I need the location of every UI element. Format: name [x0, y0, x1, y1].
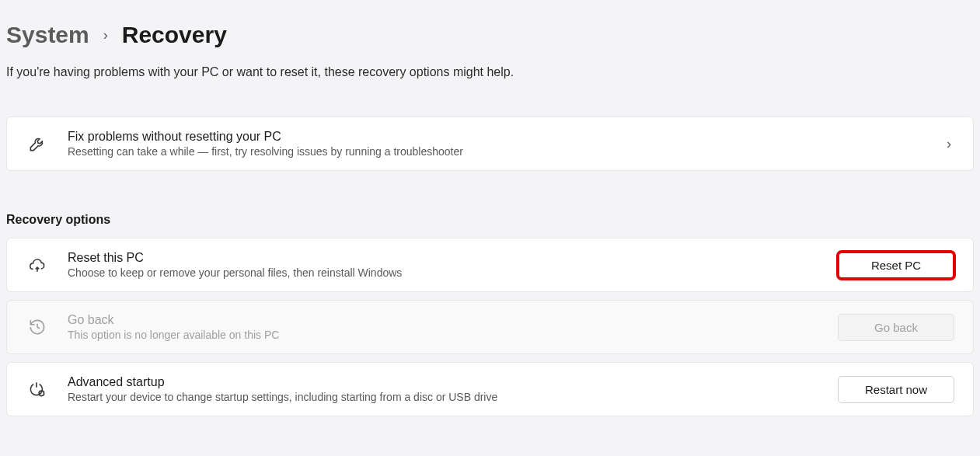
- advanced-startup-card: Advanced startup Restart your device to …: [6, 362, 974, 416]
- go-back-card: Go back This option is no longer availab…: [6, 300, 974, 354]
- advanced-startup-title: Advanced startup: [68, 375, 819, 389]
- go-back-title: Go back: [68, 313, 819, 327]
- chevron-right-icon: ›: [103, 27, 108, 44]
- troubleshoot-title: Fix problems without resetting your PC: [68, 130, 928, 144]
- reset-pc-desc: Choose to keep or remove your personal f…: [68, 266, 819, 279]
- power-gear-icon: [26, 379, 49, 399]
- intro-text: If you're having problems with your PC o…: [6, 65, 974, 79]
- reset-pc-title: Reset this PC: [68, 251, 819, 265]
- troubleshoot-card[interactable]: Fix problems without resetting your PC R…: [6, 117, 974, 171]
- history-icon: [26, 317, 49, 337]
- chevron-right-icon: ›: [947, 136, 954, 152]
- restart-now-button[interactable]: Restart now: [838, 376, 954, 403]
- advanced-startup-desc: Restart your device to change startup se…: [68, 391, 819, 403]
- breadcrumb: System › Recovery: [6, 22, 974, 48]
- troubleshoot-desc: Resetting can take a while — first, try …: [68, 145, 928, 158]
- go-back-desc: This option is no longer available on th…: [68, 329, 819, 341]
- reset-pc-card: Reset this PC Choose to keep or remove y…: [6, 238, 974, 292]
- go-back-button: Go back: [838, 314, 954, 341]
- wrench-icon: [26, 134, 49, 154]
- recovery-options-header: Recovery options: [6, 213, 974, 227]
- reset-pc-button[interactable]: Reset PC: [838, 252, 954, 279]
- breadcrumb-parent[interactable]: System: [6, 22, 89, 48]
- reset-pc-icon: [26, 255, 49, 275]
- breadcrumb-current: Recovery: [122, 22, 227, 48]
